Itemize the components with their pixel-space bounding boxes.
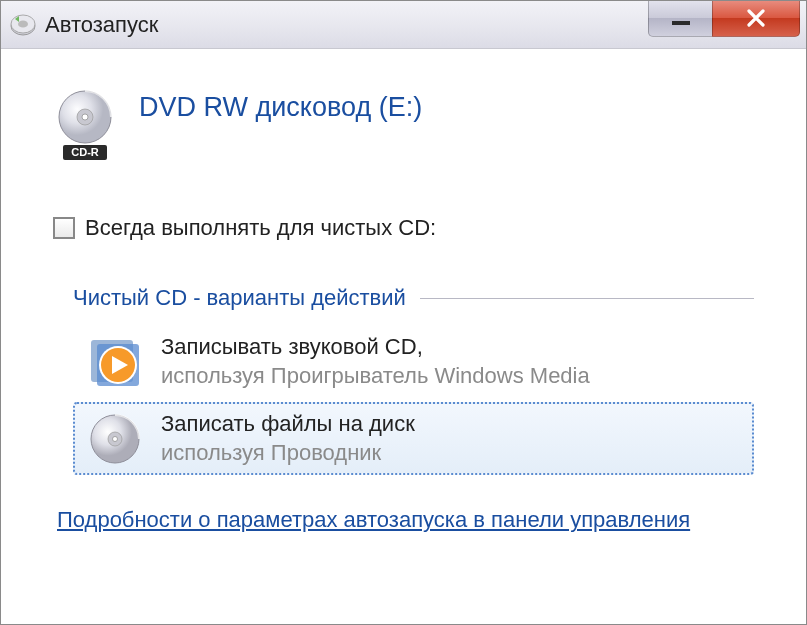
action-subtitle: используя Проводник xyxy=(161,439,740,468)
minimize-icon xyxy=(672,21,690,25)
control-panel-link[interactable]: Подробности о параметрах автозапуска в п… xyxy=(57,507,690,532)
svg-text:CD-R: CD-R xyxy=(71,146,99,158)
disc-icon: CD-R xyxy=(53,89,117,165)
autoplay-dialog: Автозапуск xyxy=(0,0,807,625)
action-burn-audio-cd[interactable]: Записывать звуковой CD, используя Проигр… xyxy=(73,325,754,398)
window-title: Автозапуск xyxy=(45,12,648,38)
action-burn-files[interactable]: Записать файлы на диск используя Проводн… xyxy=(73,402,754,475)
window-controls xyxy=(648,1,800,37)
always-do-checkbox-row[interactable]: Всегда выполнять для чистых CD: xyxy=(53,215,754,241)
action-title: Записывать звуковой CD, xyxy=(161,333,740,362)
action-text: Записывать звуковой CD, используя Проигр… xyxy=(161,333,740,390)
dialog-content: CD-R DVD RW дисковод (E:) Всегда выполня… xyxy=(1,49,806,624)
autoplay-icon xyxy=(9,13,37,37)
action-subtitle: используя Проигрыватель Windows Media xyxy=(161,362,740,391)
checkbox-label: Всегда выполнять для чистых CD: xyxy=(85,215,436,241)
svg-point-14 xyxy=(113,436,118,441)
action-title: Записать файлы на диск xyxy=(161,410,740,439)
drive-header: CD-R DVD RW дисковод (E:) xyxy=(53,89,754,165)
wmp-icon xyxy=(87,334,143,390)
minimize-button[interactable] xyxy=(648,1,712,37)
svg-point-5 xyxy=(82,114,88,120)
close-icon xyxy=(745,7,767,29)
action-text: Записать файлы на диск используя Проводн… xyxy=(161,410,740,467)
action-list: Записывать звуковой CD, используя Проигр… xyxy=(73,325,754,475)
checkbox-icon xyxy=(53,217,75,239)
close-button[interactable] xyxy=(712,1,800,37)
titlebar: Автозапуск xyxy=(1,1,806,49)
section-header: Чистый CD - варианты действий xyxy=(73,285,406,311)
drive-title: DVD RW дисковод (E:) xyxy=(139,89,422,123)
burn-disc-icon xyxy=(87,411,143,467)
svg-point-2 xyxy=(18,20,28,27)
section-divider xyxy=(420,298,754,299)
section-header-row: Чистый CD - варианты действий xyxy=(73,285,754,311)
